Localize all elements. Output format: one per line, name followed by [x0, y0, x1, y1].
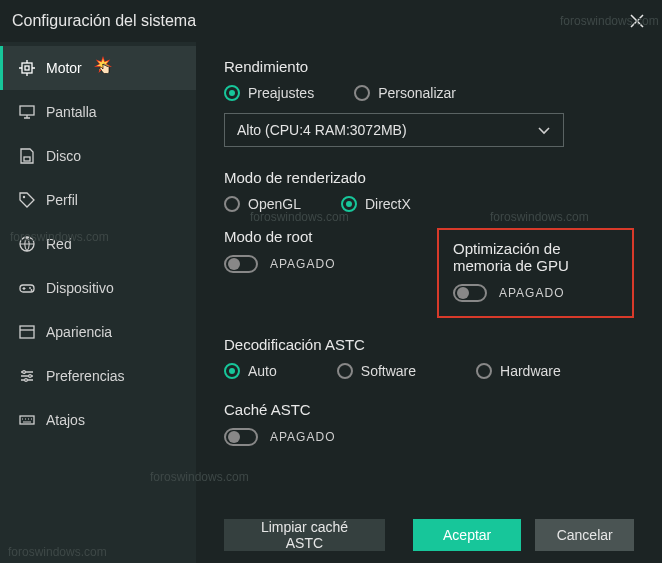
radio-dot-icon	[337, 363, 353, 379]
root-mode-state: APAGADO	[270, 257, 335, 271]
main-panel: Rendimiento Preajustes Personalizar Alto…	[196, 42, 662, 563]
performance-radio-row: Preajustes Personalizar	[224, 85, 634, 101]
highlight-box: Optimización de memoria de GPU APAGADO	[437, 228, 634, 318]
titlebar: Configuración del sistema	[0, 0, 662, 42]
radio-label: Preajustes	[248, 85, 314, 101]
appearance-icon	[18, 323, 36, 341]
radio-presets[interactable]: Preajustes	[224, 85, 314, 101]
radio-opengl[interactable]: OpenGL	[224, 196, 301, 212]
sidebar-item-label: Preferencias	[46, 368, 125, 384]
svg-rect-4	[20, 106, 34, 115]
svg-rect-5	[24, 157, 30, 161]
disk-icon	[18, 147, 36, 165]
gpu-mem-heading: Optimización de memoria de GPU	[453, 240, 618, 274]
render-mode-row: OpenGL DirectX	[224, 196, 634, 212]
tag-icon	[18, 191, 36, 209]
root-mode-heading: Modo de root	[224, 228, 409, 245]
sidebar-item-label: Motor	[46, 60, 82, 76]
radio-directx[interactable]: DirectX	[341, 196, 411, 212]
sidebar: Motor Pantalla Disco Perfil Red Disposit…	[0, 42, 196, 563]
accept-button[interactable]: Aceptar	[413, 519, 521, 551]
sidebar-item-disco[interactable]: Disco	[0, 134, 196, 178]
astc-decode-row: Auto Software Hardware	[224, 363, 634, 379]
root-mode-toggle[interactable]	[224, 255, 258, 273]
keyboard-icon	[18, 411, 36, 429]
svg-point-14	[25, 379, 28, 382]
astc-cache-state: APAGADO	[270, 430, 335, 444]
svg-point-10	[31, 289, 33, 291]
window-title: Configuración del sistema	[12, 12, 196, 30]
sidebar-item-label: Apariencia	[46, 324, 112, 340]
radio-astc-auto[interactable]: Auto	[224, 363, 277, 379]
sidebar-item-label: Disco	[46, 148, 81, 164]
radio-label: Software	[361, 363, 416, 379]
astc-cache-toggle[interactable]	[224, 428, 258, 446]
sidebar-item-apariencia[interactable]: Apariencia	[0, 310, 196, 354]
click-cursor-highlight	[94, 58, 114, 78]
svg-rect-1	[25, 66, 29, 70]
svg-point-9	[29, 287, 31, 289]
radio-dot-icon	[224, 196, 240, 212]
select-value: Alto (CPU:4 RAM:3072MB)	[237, 122, 407, 138]
sidebar-item-label: Red	[46, 236, 72, 252]
close-icon	[630, 14, 644, 28]
sidebar-item-pantalla[interactable]: Pantalla	[0, 90, 196, 134]
sidebar-item-dispositivo[interactable]: Dispositivo	[0, 266, 196, 310]
radio-dot-icon	[476, 363, 492, 379]
radio-dot-icon	[224, 363, 240, 379]
gpu-mem-state: APAGADO	[499, 286, 564, 300]
close-button[interactable]	[626, 10, 648, 32]
radio-label: Hardware	[500, 363, 561, 379]
root-gpu-row: Modo de root APAGADO Optimización de mem…	[224, 228, 634, 318]
radio-dot-icon	[341, 196, 357, 212]
globe-icon	[18, 235, 36, 253]
svg-point-6	[23, 196, 25, 198]
container: Motor Pantalla Disco Perfil Red Disposit…	[0, 42, 662, 563]
gpu-mem-toggle[interactable]	[453, 284, 487, 302]
radio-label: DirectX	[365, 196, 411, 212]
preset-select[interactable]: Alto (CPU:4 RAM:3072MB)	[224, 113, 564, 147]
display-icon	[18, 103, 36, 121]
sidebar-item-label: Perfil	[46, 192, 78, 208]
astc-cache-heading: Caché ASTC	[224, 401, 634, 418]
svg-rect-11	[20, 326, 34, 338]
sidebar-item-label: Pantalla	[46, 104, 97, 120]
svg-rect-0	[22, 63, 32, 73]
svg-rect-15	[20, 416, 34, 424]
sidebar-item-red[interactable]: Red	[0, 222, 196, 266]
sidebar-item-label: Dispositivo	[46, 280, 114, 296]
astc-decode-heading: Decodificación ASTC	[224, 336, 634, 353]
clear-cache-button[interactable]: Limpiar caché ASTC	[224, 519, 385, 551]
radio-astc-hardware[interactable]: Hardware	[476, 363, 561, 379]
radio-label: Auto	[248, 363, 277, 379]
performance-heading: Rendimiento	[224, 58, 634, 75]
radio-custom[interactable]: Personalizar	[354, 85, 456, 101]
cancel-button[interactable]: Cancelar	[535, 519, 634, 551]
radio-dot-icon	[224, 85, 240, 101]
cpu-icon	[18, 59, 36, 77]
radio-label: OpenGL	[248, 196, 301, 212]
radio-label: Personalizar	[378, 85, 456, 101]
render-mode-heading: Modo de renderizado	[224, 169, 634, 186]
gamepad-icon	[18, 279, 36, 297]
sidebar-item-motor[interactable]: Motor	[0, 46, 196, 90]
svg-rect-8	[20, 285, 34, 292]
sidebar-item-perfil[interactable]: Perfil	[0, 178, 196, 222]
sidebar-item-preferencias[interactable]: Preferencias	[0, 354, 196, 398]
sliders-icon	[18, 367, 36, 385]
radio-astc-software[interactable]: Software	[337, 363, 416, 379]
chevron-down-icon	[537, 123, 551, 137]
sidebar-item-atajos[interactable]: Atajos	[0, 398, 196, 442]
footer: Limpiar caché ASTC Aceptar Cancelar	[224, 509, 634, 551]
sidebar-item-label: Atajos	[46, 412, 85, 428]
svg-point-13	[29, 375, 32, 378]
radio-dot-icon	[354, 85, 370, 101]
svg-point-12	[23, 371, 26, 374]
